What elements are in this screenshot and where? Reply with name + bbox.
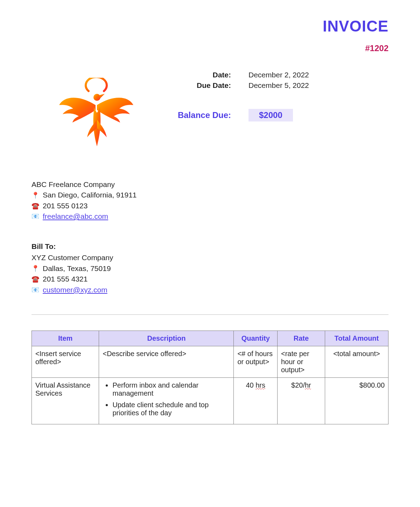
- mail-icon: 📧: [31, 212, 39, 221]
- pin-icon: 📍: [31, 264, 39, 273]
- cell-description: <Describe service offered>: [99, 346, 234, 377]
- phone-icon: ☎️: [31, 201, 39, 210]
- invoice-number: #1202: [31, 43, 388, 53]
- cell-item: <Insert service offered>: [32, 346, 99, 377]
- balance-due-value: $2000: [248, 109, 293, 121]
- mail-icon: 📧: [31, 285, 39, 294]
- from-company-name: ABC Freelance Company: [31, 179, 388, 190]
- bill-to-block: Bill To: XYZ Customer Company 📍 Dallas, …: [31, 241, 388, 295]
- bill-to-company-name: XYZ Customer Company: [31, 252, 388, 263]
- col-header-description: Description: [99, 331, 234, 346]
- from-address: San Diego, California, 91911: [43, 190, 137, 200]
- from-block: ABC Freelance Company 📍 San Diego, Calif…: [31, 179, 388, 222]
- table-row: <Insert service offered> <Describe servi…: [32, 346, 388, 377]
- phone-icon: ☎️: [31, 275, 39, 284]
- due-date-label: Due Date:: [161, 81, 248, 90]
- bill-to-address: Dallas, Texas, 75019: [43, 263, 111, 274]
- table-row: Virtual Assistance Services Perform inbo…: [32, 377, 388, 424]
- pin-icon: 📍: [31, 191, 39, 200]
- col-header-quantity: Quantity: [234, 331, 278, 346]
- bill-to-heading: Bill To:: [31, 241, 388, 252]
- cell-item: Virtual Assistance Services: [32, 377, 99, 424]
- date-label: Date:: [161, 71, 248, 79]
- line-items-table: Item Description Quantity Rate Total Amo…: [31, 331, 388, 424]
- cell-rate: $20/hr: [277, 377, 325, 424]
- col-header-item: Item: [32, 331, 99, 346]
- section-divider: [31, 314, 388, 315]
- svg-point-0: [93, 94, 100, 101]
- from-phone: 201 555 0123: [43, 201, 88, 211]
- date-value: December 2, 2022: [248, 71, 388, 79]
- cell-total: $800.00: [325, 377, 388, 424]
- cell-quantity: 40 hrs: [234, 377, 278, 424]
- balance-due-label: Balance Due:: [161, 110, 248, 120]
- from-email-link[interactable]: freelance@abc.com: [43, 211, 108, 222]
- desc-bullet: Update client schedule and top prioritie…: [112, 401, 230, 417]
- phoenix-logo-icon: [58, 78, 135, 148]
- cell-total: <total amount>: [325, 346, 388, 377]
- cell-description: Perform inbox and calendar management Up…: [99, 377, 234, 424]
- cell-rate: <rate per hour or output>: [277, 346, 325, 377]
- col-header-rate: Rate: [277, 331, 325, 346]
- due-date-value: December 5, 2022: [248, 81, 388, 90]
- desc-bullet: Perform inbox and calendar management: [112, 381, 230, 397]
- bill-to-email-link[interactable]: customer@xyz.com: [43, 285, 107, 295]
- col-header-total: Total Amount: [325, 331, 388, 346]
- cell-quantity: <# of hours or output>: [234, 346, 278, 377]
- invoice-title: INVOICE: [31, 18, 388, 35]
- bill-to-phone: 201 555 4321: [43, 274, 88, 284]
